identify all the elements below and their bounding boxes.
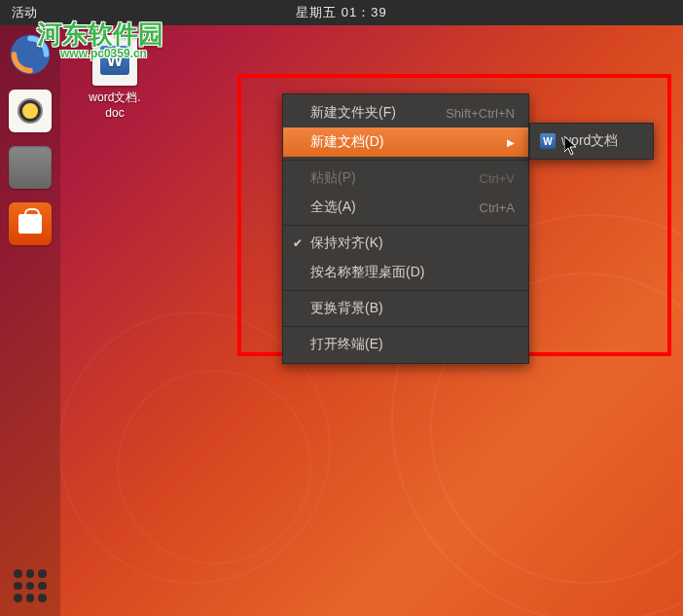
check-icon: ✔ (293, 236, 303, 250)
menu-new-document[interactable]: 新建文档(D) ▶ (283, 127, 528, 157)
menu-separator (283, 290, 528, 291)
menu-change-background[interactable]: 更换背景(B) (283, 294, 528, 323)
dock-rhythmbox-icon[interactable] (9, 90, 52, 132)
menu-organize-by-name[interactable]: 按名称整理桌面(D) (283, 258, 528, 287)
show-applications-button[interactable] (14, 569, 47, 602)
dock-files-icon[interactable] (9, 146, 52, 189)
submenu-arrow-icon: ▶ (507, 137, 515, 148)
menu-separator (283, 326, 528, 327)
desktop-file-label: word文档. doc (76, 90, 154, 120)
desktop-context-menu: 新建文件夹(F) Shift+Ctrl+N 新建文档(D) ▶ 粘贴(P) Ct… (282, 93, 529, 364)
top-bar: 活动 星期五 01：39 (0, 0, 683, 25)
menu-select-all[interactable]: 全选(A) Ctrl+A (283, 193, 528, 222)
menu-keep-aligned[interactable]: ✔ 保持对齐(K) (283, 229, 528, 258)
menu-paste[interactable]: 粘贴(P) Ctrl+V (283, 163, 528, 193)
submenu-word-document[interactable]: W word文档 (530, 127, 653, 155)
menu-open-terminal[interactable]: 打开终端(E) (283, 330, 528, 359)
word-mini-icon: W (540, 133, 556, 149)
dock-watermark-logo-icon (9, 33, 52, 76)
desktop-file-word-doc[interactable]: W word文档. doc (76, 35, 154, 120)
activities-button[interactable]: 活动 (0, 4, 49, 21)
menu-new-folder[interactable]: 新建文件夹(F) Shift+Ctrl+N (283, 98, 528, 127)
menu-separator (283, 225, 528, 226)
dock (0, 25, 60, 616)
new-document-submenu: W word文档 (529, 123, 654, 160)
word-document-icon: W (92, 35, 137, 86)
clock[interactable]: 星期五 01：39 (296, 4, 387, 21)
dock-software-icon[interactable] (9, 202, 52, 245)
menu-separator (283, 160, 528, 161)
